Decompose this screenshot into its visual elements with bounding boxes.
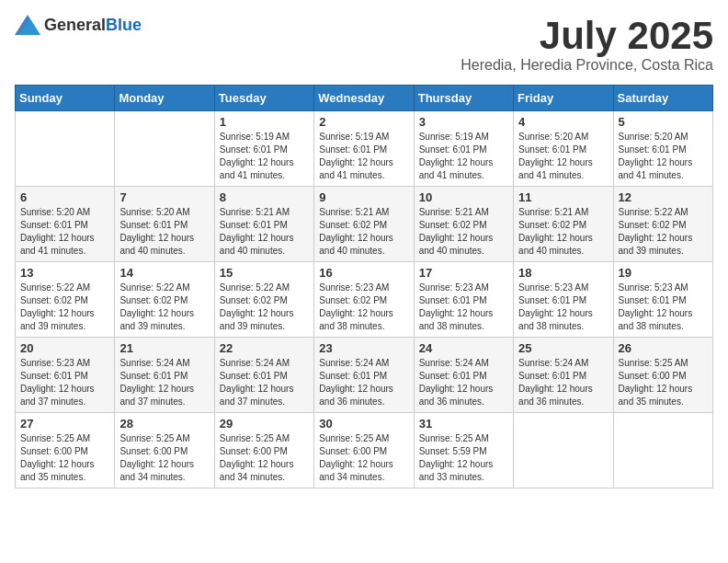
calendar-week-4: 20Sunrise: 5:23 AMSunset: 6:01 PMDayligh… (16, 338, 713, 413)
calendar-cell: 4Sunrise: 5:20 AMSunset: 6:01 PMDaylight… (514, 111, 613, 187)
day-number: 10 (419, 190, 508, 204)
day-number: 17 (419, 266, 508, 280)
calendar-cell (115, 111, 214, 187)
calendar-cell: 12Sunrise: 5:22 AMSunset: 6:02 PMDayligh… (613, 187, 712, 262)
day-number: 22 (220, 341, 309, 355)
day-number: 29 (220, 417, 309, 431)
logo: GeneralBlue (15, 15, 142, 35)
weekday-header-tuesday: Tuesday (214, 86, 313, 111)
weekday-header-wednesday: Wednesday (314, 86, 414, 111)
day-number: 2 (319, 115, 408, 129)
day-info: Sunrise: 5:23 AMSunset: 6:01 PMDaylight:… (518, 282, 608, 333)
calendar-cell: 7Sunrise: 5:20 AMSunset: 6:01 PMDaylight… (115, 187, 214, 262)
calendar-cell: 11Sunrise: 5:21 AMSunset: 6:02 PMDayligh… (514, 187, 613, 262)
day-number: 18 (518, 266, 608, 280)
day-info: Sunrise: 5:23 AMSunset: 6:01 PMDaylight:… (419, 282, 508, 333)
day-number: 24 (419, 341, 508, 355)
day-info: Sunrise: 5:22 AMSunset: 6:02 PMDaylight:… (119, 282, 209, 333)
day-info: Sunrise: 5:24 AMSunset: 6:01 PMDaylight:… (518, 357, 608, 408)
day-info: Sunrise: 5:20 AMSunset: 6:01 PMDaylight:… (119, 206, 209, 258)
day-number: 26 (619, 341, 708, 355)
day-info: Sunrise: 5:24 AMSunset: 6:01 PMDaylight:… (419, 357, 508, 408)
calendar-subtitle: Heredia, Heredia Province, Costa Rica (461, 57, 713, 74)
weekday-header-monday: Monday (115, 86, 214, 111)
day-info: Sunrise: 5:19 AMSunset: 6:01 PMDaylight:… (220, 131, 309, 182)
day-info: Sunrise: 5:25 AMSunset: 6:00 PMDaylight:… (220, 432, 309, 484)
weekday-header-thursday: Thursday (414, 86, 513, 111)
day-info: Sunrise: 5:21 AMSunset: 6:02 PMDaylight:… (419, 206, 508, 258)
calendar-cell: 25Sunrise: 5:24 AMSunset: 6:01 PMDayligh… (514, 338, 613, 413)
day-info: Sunrise: 5:24 AMSunset: 6:01 PMDaylight:… (220, 357, 309, 408)
calendar-cell: 23Sunrise: 5:24 AMSunset: 6:01 PMDayligh… (314, 338, 414, 413)
day-number: 20 (20, 341, 109, 355)
calendar-week-2: 6Sunrise: 5:20 AMSunset: 6:01 PMDaylight… (16, 187, 713, 262)
calendar-cell: 26Sunrise: 5:25 AMSunset: 6:00 PMDayligh… (613, 338, 712, 413)
calendar-week-5: 27Sunrise: 5:25 AMSunset: 6:00 PMDayligh… (16, 413, 713, 488)
day-info: Sunrise: 5:25 AMSunset: 6:00 PMDaylight:… (319, 432, 408, 484)
calendar-cell: 31Sunrise: 5:25 AMSunset: 5:59 PMDayligh… (414, 413, 513, 488)
calendar-cell: 22Sunrise: 5:24 AMSunset: 6:01 PMDayligh… (214, 338, 313, 413)
day-number: 4 (518, 115, 608, 129)
day-number: 7 (119, 190, 209, 204)
calendar-week-3: 13Sunrise: 5:22 AMSunset: 6:02 PMDayligh… (16, 262, 713, 338)
day-info: Sunrise: 5:20 AMSunset: 6:01 PMDaylight:… (20, 206, 109, 258)
calendar-cell: 19Sunrise: 5:23 AMSunset: 6:01 PMDayligh… (613, 262, 712, 338)
calendar-cell: 8Sunrise: 5:21 AMSunset: 6:01 PMDaylight… (214, 187, 313, 262)
day-info: Sunrise: 5:20 AMSunset: 6:01 PMDaylight:… (619, 131, 708, 182)
logo-general: General (44, 16, 106, 34)
weekday-header-saturday: Saturday (613, 86, 712, 111)
calendar-cell: 29Sunrise: 5:25 AMSunset: 6:00 PMDayligh… (214, 413, 313, 488)
day-info: Sunrise: 5:22 AMSunset: 6:02 PMDaylight:… (619, 206, 708, 258)
day-info: Sunrise: 5:20 AMSunset: 6:01 PMDaylight:… (518, 131, 608, 182)
day-number: 9 (319, 190, 408, 204)
logo-blue: Blue (106, 16, 142, 34)
calendar-cell: 6Sunrise: 5:20 AMSunset: 6:01 PMDaylight… (16, 187, 115, 262)
calendar-cell: 30Sunrise: 5:25 AMSunset: 6:00 PMDayligh… (314, 413, 414, 488)
day-number: 5 (619, 115, 708, 129)
day-info: Sunrise: 5:19 AMSunset: 6:01 PMDaylight:… (319, 131, 408, 182)
day-info: Sunrise: 5:22 AMSunset: 6:02 PMDaylight:… (20, 282, 109, 333)
calendar-cell: 15Sunrise: 5:22 AMSunset: 6:02 PMDayligh… (214, 262, 313, 338)
calendar-cell: 13Sunrise: 5:22 AMSunset: 6:02 PMDayligh… (16, 262, 115, 338)
calendar-table: SundayMondayTuesdayWednesdayThursdayFrid… (15, 85, 713, 488)
logo-text: GeneralBlue (44, 16, 142, 35)
weekday-header-friday: Friday (514, 86, 613, 111)
day-number: 15 (220, 266, 309, 280)
day-info: Sunrise: 5:23 AMSunset: 6:01 PMDaylight:… (619, 282, 708, 333)
day-number: 1 (220, 115, 309, 129)
day-info: Sunrise: 5:22 AMSunset: 6:02 PMDaylight:… (220, 282, 309, 333)
day-number: 8 (220, 190, 309, 204)
calendar-cell: 14Sunrise: 5:22 AMSunset: 6:02 PMDayligh… (115, 262, 214, 338)
calendar-cell: 27Sunrise: 5:25 AMSunset: 6:00 PMDayligh… (16, 413, 115, 488)
day-info: Sunrise: 5:24 AMSunset: 6:01 PMDaylight:… (319, 357, 408, 408)
calendar-cell (16, 111, 115, 187)
calendar-cell: 20Sunrise: 5:23 AMSunset: 6:01 PMDayligh… (16, 338, 115, 413)
day-number: 16 (319, 266, 408, 280)
day-number: 19 (619, 266, 708, 280)
calendar-cell: 5Sunrise: 5:20 AMSunset: 6:01 PMDaylight… (613, 111, 712, 187)
day-number: 13 (20, 266, 109, 280)
day-info: Sunrise: 5:23 AMSunset: 6:02 PMDaylight:… (319, 282, 408, 333)
day-info: Sunrise: 5:21 AMSunset: 6:01 PMDaylight:… (220, 206, 309, 258)
weekday-header-row: SundayMondayTuesdayWednesdayThursdayFrid… (16, 86, 713, 111)
calendar-cell: 24Sunrise: 5:24 AMSunset: 6:01 PMDayligh… (414, 338, 513, 413)
day-info: Sunrise: 5:21 AMSunset: 6:02 PMDaylight:… (319, 206, 408, 258)
calendar-cell: 28Sunrise: 5:25 AMSunset: 6:00 PMDayligh… (115, 413, 214, 488)
day-number: 11 (518, 190, 608, 204)
day-info: Sunrise: 5:25 AMSunset: 6:00 PMDaylight:… (619, 357, 708, 408)
day-number: 21 (119, 341, 209, 355)
day-number: 3 (419, 115, 508, 129)
calendar-cell (613, 413, 712, 488)
day-info: Sunrise: 5:19 AMSunset: 6:01 PMDaylight:… (419, 131, 508, 182)
calendar-cell: 18Sunrise: 5:23 AMSunset: 6:01 PMDayligh… (514, 262, 613, 338)
page-header: GeneralBlue July 2025 Heredia, Heredia P… (15, 15, 713, 74)
day-info: Sunrise: 5:24 AMSunset: 6:01 PMDaylight:… (119, 357, 209, 408)
day-number: 23 (319, 341, 408, 355)
weekday-header-sunday: Sunday (16, 86, 115, 111)
calendar-cell: 16Sunrise: 5:23 AMSunset: 6:02 PMDayligh… (314, 262, 414, 338)
calendar-cell: 2Sunrise: 5:19 AMSunset: 6:01 PMDaylight… (314, 111, 414, 187)
day-number: 12 (619, 190, 708, 204)
calendar-cell (514, 413, 613, 488)
day-number: 6 (20, 190, 109, 204)
calendar-cell: 10Sunrise: 5:21 AMSunset: 6:02 PMDayligh… (414, 187, 513, 262)
